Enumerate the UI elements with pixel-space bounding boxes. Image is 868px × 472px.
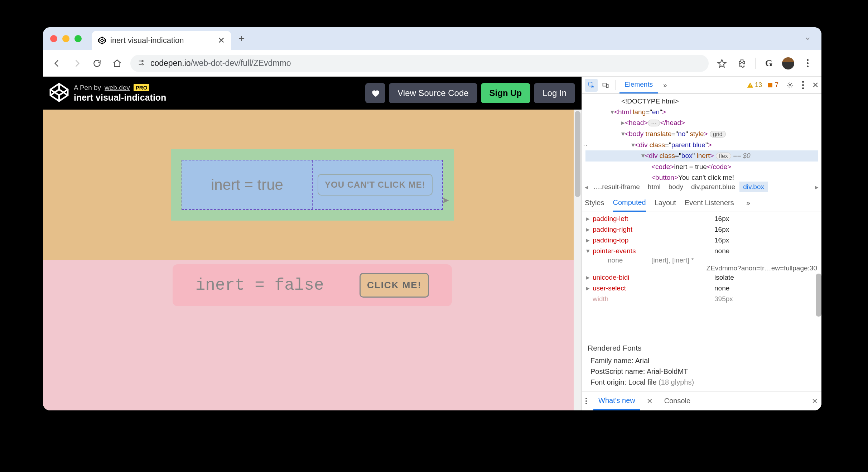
love-button[interactable]: [365, 83, 385, 103]
devtools-highlight-overlay: inert = true YOU CAN'T CLICK ME! ➤: [171, 149, 454, 221]
cursor-icon: ➤: [442, 195, 449, 206]
source-link[interactable]: ZEvdmmo?anon=tr…ew=fullpage:30: [707, 264, 817, 272]
more-subtabs-icon[interactable]: »: [743, 199, 754, 207]
styles-tab[interactable]: Styles: [585, 194, 604, 212]
styles-subtabs: Styles Computed Layout Event Listeners »: [582, 194, 821, 212]
url-text: codepen.io/web-dot-dev/full/ZEvdmmo: [150, 58, 291, 68]
extensions-button[interactable]: [735, 57, 749, 70]
reload-button[interactable]: [90, 57, 104, 70]
svg-rect-3: [768, 83, 772, 87]
codepen-favicon-icon: [98, 37, 106, 44]
inert-button: YOU CAN'T CLICK ME!: [318, 174, 433, 196]
computed-panel[interactable]: ▸padding-left16px ▸padding-right16px ▸pa…: [582, 212, 821, 340]
browser-toolbar: codepen.io/web-dot-dev/full/ZEvdmmo G: [43, 50, 821, 77]
page-scrollbar-thumb[interactable]: [575, 111, 580, 197]
minimize-window-button[interactable]: [62, 35, 69, 42]
inert-button-cell: YOU CAN'T CLICK ME! ➤: [313, 160, 442, 209]
active-code: inert = false: [196, 276, 324, 295]
browser-tab[interactable]: inert visual-indication ✕: [92, 31, 231, 50]
profile-avatar[interactable]: [782, 57, 794, 69]
devtools-panel: Elements » 13 7: [582, 77, 821, 410]
svg-rect-2: [607, 84, 608, 87]
address-bar[interactable]: codepen.io/web-dot-dev/full/ZEvdmmo: [130, 55, 709, 72]
devtools-toolbar: Elements » 13 7: [582, 77, 821, 94]
author-link[interactable]: web.dev: [105, 84, 130, 92]
crumb-iframe[interactable]: ….result-iframe: [590, 182, 643, 192]
inspect-element-icon[interactable]: [585, 79, 598, 92]
click-me-button[interactable]: CLICK ME!: [360, 273, 429, 298]
page-scrollbar-track[interactable]: [574, 110, 582, 410]
elements-tab[interactable]: Elements: [619, 77, 658, 93]
issues-badge[interactable]: 7: [767, 81, 778, 89]
site-settings-icon[interactable]: [138, 59, 145, 68]
close-window-button[interactable]: [50, 35, 57, 42]
view-source-button[interactable]: View Source Code: [389, 83, 477, 103]
sign-up-button[interactable]: Sign Up: [481, 83, 531, 103]
pen-byline: A Pen by web.dev PRO: [74, 84, 166, 92]
codepen-header: A Pen by web.dev PRO inert visual-indica…: [43, 77, 582, 110]
google-account-button[interactable]: G: [762, 57, 776, 70]
dom-overflow-icon[interactable]: ⋯: [582, 141, 588, 150]
crumb-body[interactable]: body: [665, 182, 687, 192]
crumb-scroll-left-icon[interactable]: ◂: [584, 183, 589, 191]
maximize-window-button[interactable]: [74, 35, 82, 42]
rendered-fonts-title: Rendered Fonts: [588, 344, 816, 352]
computed-tab[interactable]: Computed: [613, 194, 646, 212]
codepen-actions: View Source Code Sign Up Log In: [365, 83, 575, 103]
dom-tree[interactable]: ⋯ <!DOCTYPE html> ▾<html lang="en"> ▸<he…: [582, 94, 821, 180]
crumb-scroll-right-icon[interactable]: ▸: [814, 183, 819, 191]
new-tab-button[interactable]: +: [238, 33, 245, 45]
tabs-overflow-button[interactable]: [801, 32, 814, 45]
drawer-menu-icon[interactable]: [585, 398, 587, 404]
tab-bar: inert visual-indication ✕ +: [43, 27, 821, 50]
layout-tab[interactable]: Layout: [655, 194, 676, 212]
pro-badge: PRO: [134, 84, 150, 91]
devtools-drawer: What's new ✕ Console ✕: [582, 391, 821, 410]
back-button[interactable]: [50, 57, 64, 70]
content-area: A Pen by web.dev PRO inert visual-indica…: [43, 77, 821, 410]
pen-title: inert visual-indication: [74, 92, 166, 103]
browser-window: inert visual-indication ✕ + codepen.io/w…: [43, 27, 821, 410]
inert-code-cell: inert = true: [182, 160, 313, 209]
pen-meta: A Pen by web.dev PRO inert visual-indica…: [74, 84, 166, 103]
box-inert: inert = true YOU CAN'T CLICK ME! ➤: [182, 160, 443, 210]
font-postscript: PostScript name: Arial-BoldMT: [590, 366, 816, 377]
bookmark-button[interactable]: [715, 57, 729, 70]
parent-blue: inert = true YOU CAN'T CLICK ME! ➤: [43, 110, 582, 260]
home-button[interactable]: [110, 57, 124, 70]
devtools-menu-icon[interactable]: [798, 78, 808, 92]
event-listeners-tab[interactable]: Event Listeners: [685, 194, 734, 212]
devtools-settings-icon[interactable]: [783, 79, 796, 92]
close-drawer-icon[interactable]: ✕: [812, 397, 818, 405]
crumb-html[interactable]: html: [644, 182, 664, 192]
box-active: inert = false CLICK ME!: [173, 264, 452, 306]
devtools-scrollbar-thumb[interactable]: [816, 274, 821, 317]
tab-title: inert visual-indication: [110, 36, 213, 45]
forward-button[interactable]: [70, 57, 84, 70]
pointer-events-trace: none [inert], [inert] *: [586, 256, 817, 264]
close-tab-icon[interactable]: ✕: [218, 35, 225, 45]
selected-dom-node[interactable]: ▾<div class="box" inert> flex == $0: [585, 150, 818, 162]
font-origin: Font origin: Local file (18 glyphs): [590, 377, 816, 387]
whats-new-tab[interactable]: What's new: [593, 391, 640, 410]
log-in-button[interactable]: Log In: [534, 83, 575, 103]
breadcrumb-bar: ◂ ….result-iframe html body div.parent.b…: [582, 180, 821, 194]
page-viewport: A Pen by web.dev PRO inert visual-indica…: [43, 77, 582, 410]
result-iframe: inert = true YOU CAN'T CLICK ME! ➤ inert…: [43, 110, 582, 410]
device-toolbar-icon[interactable]: [599, 79, 612, 92]
toolbar-divider: [755, 58, 756, 69]
warnings-badge[interactable]: 13: [747, 81, 762, 89]
font-family: Family name: Arial: [590, 355, 816, 366]
devtools-close-icon[interactable]: ✕: [812, 81, 819, 90]
parent-pink: inert = false CLICK ME!: [43, 260, 582, 410]
svg-point-4: [789, 84, 791, 86]
more-tabs-icon[interactable]: »: [659, 81, 671, 89]
close-whats-new-icon[interactable]: ✕: [647, 397, 653, 405]
crumb-parent[interactable]: div.parent.blue: [688, 182, 739, 192]
browser-menu-button[interactable]: [801, 57, 814, 70]
rendered-fonts-section: Rendered Fonts Family name: Arial PostSc…: [582, 340, 821, 391]
crumb-box[interactable]: div.box: [739, 182, 768, 192]
window-traffic-lights: [50, 35, 82, 42]
console-tab[interactable]: Console: [659, 391, 695, 410]
codepen-logo-icon[interactable]: [49, 83, 69, 103]
